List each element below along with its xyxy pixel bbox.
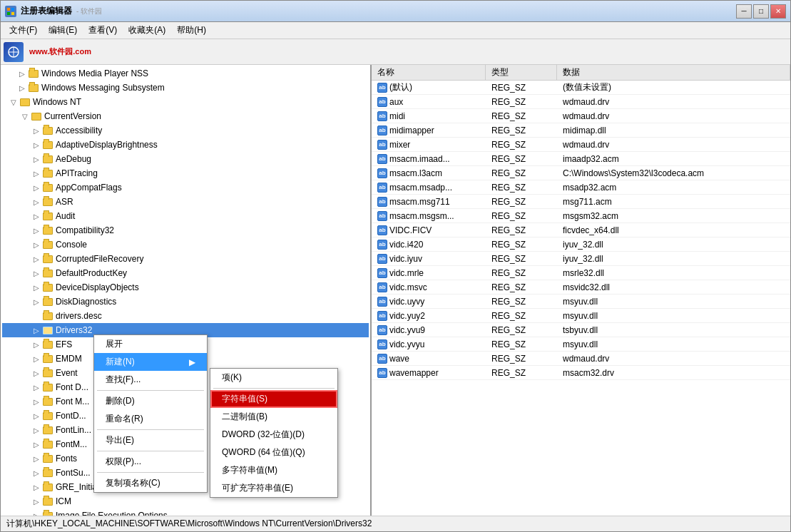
tree-item-audit[interactable]: ▷ Audit <box>2 209 369 223</box>
tree-item-adaptive[interactable]: ▷ AdaptiveDisplayBrightness <box>2 138 369 152</box>
tree-item-driversdesc[interactable]: ▷ drivers.desc <box>2 309 369 323</box>
expand-icon-c32[interactable]: ▷ <box>31 225 42 236</box>
expand-icon-flin[interactable]: ▷ <box>31 424 42 436</box>
expand-icon-nt[interactable]: ▽ <box>8 96 19 108</box>
expand-icon-fd2[interactable]: ▷ <box>31 410 42 421</box>
expand-icon-ae[interactable]: ▷ <box>31 153 42 165</box>
separator-2 <box>97 429 204 430</box>
context-menu-delete[interactable]: 删除(D) <box>94 392 207 410</box>
menu-view[interactable]: 查看(V) <box>83 23 123 38</box>
expand-icon-dpk[interactable]: ▷ <box>31 267 42 279</box>
table-row[interactable]: ab vidc.yvu9 REG_SZ tsbyuv.dll <box>372 323 790 337</box>
table-row[interactable]: ab mixer REG_SZ wdmaud.drv <box>372 138 790 152</box>
expand-icon-fonts[interactable]: ▷ <box>31 453 42 464</box>
table-row[interactable]: ab VIDC.FICV REG_SZ ficvdec_x64.dll <box>372 223 790 237</box>
menu-file[interactable]: 文件(F) <box>4 23 43 38</box>
tree-item-diskdiag[interactable]: ▷ DiskDiagnostics <box>2 295 369 309</box>
context-menu-copy-name[interactable]: 复制项名称(C) <box>94 474 207 492</box>
expand-icon-ife[interactable]: ▷ <box>31 510 42 516</box>
tree-item-appcompat[interactable]: ▷ AppCompatFlags <box>2 180 369 195</box>
table-row[interactable]: ab vidc.msvc REG_SZ msvidc32.dll <box>372 280 790 295</box>
expand-icon-dd[interactable]: ▷ <box>31 296 42 307</box>
table-row[interactable]: ab msacm.l3acm REG_SZ C:\Windows\System3… <box>372 166 790 180</box>
expand-icon-cv[interactable]: ▽ <box>19 111 31 122</box>
table-row[interactable]: ab (默认) REG_SZ (数值未设置) <box>372 81 790 95</box>
tree-item-imgexec[interactable]: ▷ Image File Execution Options <box>2 508 369 516</box>
expand-icon-fm[interactable]: ▷ <box>31 396 42 407</box>
sub-menu-dword[interactable]: DWORD (32-位值)(D) <box>210 426 337 444</box>
context-menu-new[interactable]: 新建(N) ▶ <box>94 353 207 371</box>
table-row[interactable]: ab vidc.yuy2 REG_SZ msyuv.dll <box>372 309 790 323</box>
tree-item-compat32[interactable]: ▷ Compatibility32 <box>2 223 369 237</box>
context-menu-find[interactable]: 查找(F)... <box>94 371 207 389</box>
table-row[interactable]: ab vidc.mrle REG_SZ msrle32.dll <box>372 266 790 280</box>
expand-icon-fd1[interactable]: ▷ <box>31 382 42 393</box>
table-cell-name: ab vidc.yvu9 <box>372 324 486 336</box>
table-row[interactable]: ab vidc.iyuv REG_SZ iyuv_32.dll <box>372 252 790 266</box>
table-row[interactable]: ab midimapper REG_SZ midimap.dll <box>372 123 790 138</box>
sub-menu-key[interactable]: 项(K) <box>210 369 337 387</box>
expand-icon-gre[interactable]: ▷ <box>31 481 42 493</box>
expand-icon-adp[interactable]: ▷ <box>31 139 42 150</box>
expand-icon-efs[interactable]: ▷ <box>31 339 42 350</box>
menu-favorites[interactable]: 收藏夹(A) <box>123 23 171 38</box>
table-row[interactable]: ab wavemapper REG_SZ msacm32.drv <box>372 366 790 380</box>
expand-icon-appc[interactable]: ▷ <box>31 182 42 193</box>
table-row[interactable]: ab vidc.i420 REG_SZ iyuv_32.dll <box>372 237 790 252</box>
tree-item-current-version[interactable]: ▽ CurrentVersion <box>2 109 369 123</box>
expand-icon-api[interactable]: ▷ <box>31 168 42 179</box>
table-row[interactable]: ab wave REG_SZ wdmaud.drv <box>372 352 790 366</box>
expand-icon-wms[interactable]: ▷ <box>16 82 28 93</box>
table-cell-data: msvidc32.dll <box>557 282 790 293</box>
menu-help[interactable]: 帮助(H) <box>171 23 212 38</box>
expand-icon-event[interactable]: ▷ <box>31 367 42 379</box>
table-row[interactable]: ab midi REG_SZ wdmaud.drv <box>372 109 790 123</box>
expand-icon-cfr[interactable]: ▷ <box>31 253 42 265</box>
expand-icon-acc[interactable]: ▷ <box>31 125 42 136</box>
tree-item-accessibility[interactable]: ▷ Accessibility <box>2 123 369 138</box>
table-row[interactable]: ab msacm.msgsm... REG_SZ msgsm32.acm <box>372 209 790 223</box>
table-row[interactable]: ab vidc.yvyu REG_SZ msyuv.dll <box>372 337 790 352</box>
menu-edit[interactable]: 编辑(E) <box>43 23 83 38</box>
tree-item-windows-nt[interactable]: ▽ Windows NT <box>2 95 369 109</box>
expand-icon-fm2[interactable]: ▷ <box>31 439 42 450</box>
expand-icon-con[interactable]: ▷ <box>31 239 42 250</box>
tree-item-asr[interactable]: ▷ ASR <box>2 195 369 209</box>
sub-menu-string[interactable]: 字符串值(S) <box>210 390 337 408</box>
close-button[interactable]: ✕ <box>770 4 786 19</box>
expand-icon[interactable]: ▷ <box>16 68 28 79</box>
expand-icon-asr[interactable]: ▷ <box>31 196 42 208</box>
tree-label-media-player: Windows Media Player NSS <box>41 68 148 78</box>
expand-icon-emdm[interactable]: ▷ <box>31 353 42 364</box>
tree-item-devicedisplay[interactable]: ▷ DeviceDisplayObjects <box>2 280 369 295</box>
sub-menu-multistring[interactable]: 多字符串值(M) <box>210 461 337 479</box>
expand-icon-audit[interactable]: ▷ <box>31 210 42 222</box>
context-menu-permissions[interactable]: 权限(P)... <box>94 453 207 471</box>
tree-item-console[interactable]: ▷ Console <box>2 237 369 252</box>
table-cell-data: msgsm32.acm <box>557 210 790 222</box>
table-row[interactable]: ab vidc.uyvy REG_SZ msyuv.dll <box>372 295 790 309</box>
statusbar-text: 计算机\HKEY_LOCAL_MACHINE\SOFTWARE\Microsof… <box>6 518 372 530</box>
context-menu-export[interactable]: 导出(E) <box>94 431 207 449</box>
tree-item-wms[interactable]: ▷ Windows Messaging Subsystem <box>2 81 369 95</box>
tree-item-apitracing[interactable]: ▷ APITracing <box>2 166 369 180</box>
table-row[interactable]: ab msacm.msg711 REG_SZ msg711.acm <box>372 195 790 209</box>
table-row[interactable]: ab msacm.imaad... REG_SZ imaadp32.acm <box>372 152 790 166</box>
tree-item-media-player[interactable]: ▷ Windows Media Player NSS <box>2 66 369 81</box>
context-menu-rename[interactable]: 重命名(R) <box>94 410 207 428</box>
sub-menu-binary[interactable]: 二进制值(B) <box>210 408 337 426</box>
table-row[interactable]: ab msacm.msadp... REG_SZ msadp32.acm <box>372 180 790 195</box>
table-row[interactable]: ab aux REG_SZ wdmaud.drv <box>372 95 790 109</box>
tree-item-corrupted[interactable]: ▷ CorruptedFileRecovery <box>2 252 369 266</box>
sub-menu-expandstring[interactable]: 可扩充字符串值(E) <box>210 479 337 497</box>
tree-item-defaultprod[interactable]: ▷ DefaultProductKey <box>2 266 369 280</box>
expand-icon-icm[interactable]: ▷ <box>31 496 42 507</box>
expand-icon-fsu[interactable]: ▷ <box>31 467 42 479</box>
context-menu-expand[interactable]: 展开 <box>94 335 207 353</box>
expand-icon-ddo[interactable]: ▷ <box>31 282 42 293</box>
sub-menu-qword[interactable]: QWORD (64 位值)(Q) <box>210 444 337 461</box>
minimize-button[interactable]: ─ <box>736 4 752 19</box>
tree-item-aedebug[interactable]: ▷ AeDebug <box>2 152 369 166</box>
maximize-button[interactable]: □ <box>753 4 769 19</box>
expand-icon-d32[interactable]: ▷ <box>31 324 42 336</box>
